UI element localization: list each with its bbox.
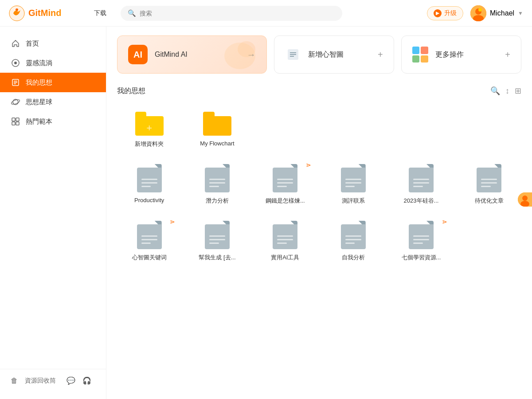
svg-point-7 <box>14 62 17 64</box>
user-menu[interactable]: Michael ▼ <box>470 5 523 21</box>
share-badge-learning: ⋗ <box>442 218 447 225</box>
search-icon: 🔍 <box>128 9 136 17</box>
svg-point-5 <box>478 8 482 12</box>
search-section-icon[interactable]: 🔍 <box>490 86 500 96</box>
sidebar-nav: 首页 靈感流淌 我的思想 思想星球 <box>0 34 106 369</box>
folder-row: + 新增資料夾 My Flowchart <box>117 105 521 153</box>
files-row-1: Productivity 潛力分析 ⋗ <box>117 157 521 210</box>
file-icon-review <box>341 164 366 192</box>
file-item-self-analysis[interactable]: 自我分析 <box>321 214 385 267</box>
file-name-productivity: Productivity <box>134 197 164 203</box>
svg-point-19 <box>238 41 255 57</box>
section-actions: 🔍 ↕ ⊞ <box>490 86 521 96</box>
section-title: 我的思想 <box>117 86 145 96</box>
trash-label: 資源回收筒 <box>25 377 56 385</box>
svg-rect-14 <box>12 118 15 121</box>
sidebar-item-inspiration[interactable]: 靈感流淌 <box>0 53 106 73</box>
file-item-steel[interactable]: ⋗ 鋼鐵是怎樣煉... <box>253 157 317 210</box>
logo-icon <box>9 5 25 21</box>
folder-name-new: 新增資料夾 <box>135 140 164 148</box>
sidebar-item-home[interactable]: 首页 <box>0 34 106 53</box>
upgrade-icon: ▶ <box>434 9 442 17</box>
avatar <box>470 5 486 21</box>
file-item-review[interactable]: 測評联系 <box>321 157 385 210</box>
sidebar-item-templates[interactable]: 熱門範本 <box>0 112 106 131</box>
section-header: 我的思想 🔍 ↕ ⊞ <box>117 86 521 96</box>
sidebar-label-templates: 熱門範本 <box>26 117 52 126</box>
file-icon-keywords <box>137 221 162 249</box>
upgrade-label: 升级 <box>444 9 457 17</box>
more-actions-label: 更多操作 <box>435 50 464 59</box>
sort-icon[interactable]: ↕ <box>505 86 509 96</box>
search-bar[interactable]: 🔍 <box>121 6 342 21</box>
ai-deco <box>222 40 258 71</box>
inspiration-icon <box>11 59 20 67</box>
new-mindmap-card[interactable]: 新增心智圖 + <box>274 35 394 74</box>
ai-action-card[interactable]: AI GitMind AI → <box>117 35 267 74</box>
folder-item-new[interactable]: + 新增資料夾 <box>117 105 181 153</box>
file-name-self-analysis: 自我分析 <box>342 254 365 262</box>
sidebar-item-planet[interactable]: 思想星球 <box>0 92 106 112</box>
file-name-ai-tools: 實用AI工具 <box>271 254 299 262</box>
file-item-learning-resources[interactable]: ⋗ 七個學習資源... <box>389 214 453 267</box>
folder-name-flowchart: My Flowchart <box>200 140 234 147</box>
help-icon[interactable]: 🎧 <box>82 376 91 385</box>
doc-icon <box>285 47 301 63</box>
quick-actions: AI GitMind AI → 新增心智圖 <box>117 35 521 74</box>
grid-view-icon[interactable]: ⊞ <box>515 86 521 96</box>
files-row-2: ⋗ 心智圖关键词 <box>117 214 521 267</box>
file-item-pending[interactable]: 待优化文章 <box>457 157 521 210</box>
svg-rect-15 <box>16 118 19 121</box>
sidebar-label-inspiration: 靈感流淌 <box>26 59 52 67</box>
logo-text: GitMind <box>28 8 61 18</box>
share-badge-steel: ⋗ <box>306 161 311 168</box>
planet-icon <box>11 98 20 106</box>
file-name-silicon-valley: 2023年硅谷... <box>404 197 439 205</box>
user-name: Michael <box>490 9 514 17</box>
svg-point-1 <box>16 8 18 11</box>
floating-avatar[interactable] <box>518 192 532 207</box>
svg-point-13 <box>11 99 20 105</box>
more-actions-card[interactable]: 更多操作 + <box>401 35 521 74</box>
file-icon-potential <box>205 164 230 192</box>
new-mindmap-label: 新增心智圖 <box>308 50 344 59</box>
plus-icon: + <box>378 50 383 60</box>
file-icon-productivity <box>137 164 162 192</box>
file-icon-silicon-valley <box>409 164 434 192</box>
upgrade-button[interactable]: ▶ 升级 <box>427 6 463 20</box>
sidebar-label-my-thoughts: 我的思想 <box>26 78 52 87</box>
sidebar-label-home: 首页 <box>26 39 39 48</box>
file-name-potential: 潛力分析 <box>206 197 229 205</box>
file-icon-pending <box>477 164 501 192</box>
folder-item-flowchart[interactable]: My Flowchart <box>185 105 249 153</box>
content-area: AI GitMind AI → 新增心智圖 <box>106 27 532 399</box>
header: GitMind 下载 🔍 ▶ 升级 Michael ▼ <box>0 0 532 27</box>
templates-icon <box>11 117 20 126</box>
folder-icon-flowchart <box>203 112 231 136</box>
search-input[interactable] <box>140 10 335 17</box>
file-item-silicon-valley[interactable]: 2023年硅谷... <box>389 157 453 210</box>
logo[interactable]: GitMind <box>9 5 80 21</box>
file-name-review: 測評联系 <box>342 197 365 205</box>
sidebar: 首页 靈感流淌 我的思想 思想星球 <box>0 27 106 399</box>
file-name-help-generate: 幫我生成 [去... <box>199 254 235 262</box>
file-item-potential[interactable]: 潛力分析 <box>185 157 249 210</box>
file-icon-self-analysis <box>341 221 366 249</box>
file-item-ai-tools[interactable]: 實用AI工具 <box>253 214 317 267</box>
my-thoughts-icon <box>11 78 20 87</box>
file-icon-ai-tools <box>273 221 297 249</box>
discord-icon[interactable]: 💬 <box>66 376 75 385</box>
chevron-down-icon: ▼ <box>518 10 523 16</box>
download-button[interactable]: 下载 <box>89 7 112 20</box>
trash-icon[interactable]: 🗑 <box>11 377 18 385</box>
sidebar-item-my-thoughts[interactable]: 我的思想 <box>0 73 106 92</box>
file-item-productivity[interactable]: Productivity <box>117 157 181 210</box>
file-name-steel: 鋼鐵是怎樣煉... <box>266 197 305 205</box>
main-layout: 首页 靈感流淌 我的思想 思想星球 <box>0 27 532 399</box>
file-icon-learning-resources <box>409 221 434 249</box>
file-item-help-generate[interactable]: 幫我生成 [去... <box>185 214 249 267</box>
file-name-keywords: 心智圖关键词 <box>132 254 167 262</box>
share-badge-keywords: ⋗ <box>170 218 175 225</box>
sidebar-footer: 🗑 資源回收筒 💬 🎧 <box>0 369 106 392</box>
file-item-keywords[interactable]: ⋗ 心智圖关键词 <box>117 214 181 267</box>
